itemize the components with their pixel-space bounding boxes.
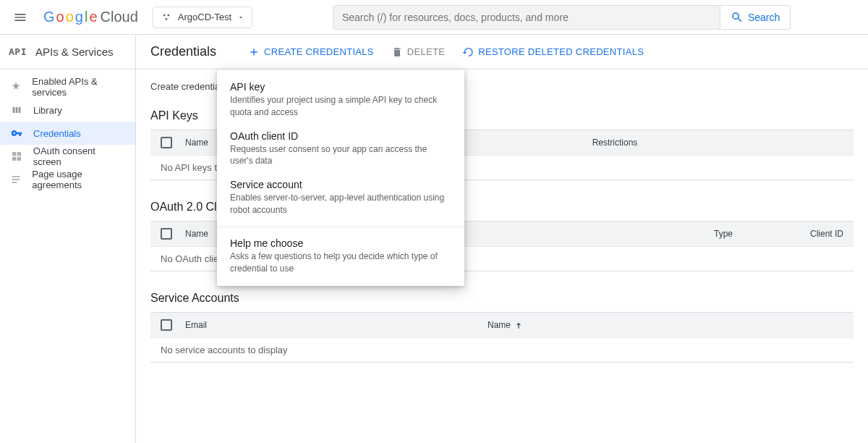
library-icon (10, 104, 23, 117)
sidebar-item-enabled-apis[interactable]: Enabled APIs & services (0, 75, 135, 98)
project-icon (161, 12, 172, 23)
svg-point-1 (167, 14, 169, 16)
content: Credentials CREATE CREDENTIALS DELETE RE… (136, 35, 868, 443)
col-client-id[interactable]: Client ID (786, 229, 843, 239)
api-icon: API (9, 46, 27, 57)
select-all-checkbox[interactable] (161, 137, 172, 148)
arrow-up-icon (514, 320, 524, 330)
table-empty-row: No service accounts to display (150, 337, 854, 362)
create-credentials-button[interactable]: CREATE CREDENTIALS (248, 46, 374, 58)
sidebar-item-oauth-consent[interactable]: OAuth consent screen (0, 145, 135, 168)
google-cloud-logo[interactable]: Google Cloud (43, 9, 138, 25)
page-title: Credentials (150, 44, 216, 59)
service-accounts-table: Email Name No service accounts to displa… (150, 312, 854, 363)
sidebar-item-library[interactable]: Library (0, 98, 135, 122)
restore-icon (462, 46, 474, 58)
agreements-icon (10, 173, 22, 186)
consent-icon (10, 150, 23, 163)
select-all-checkbox[interactable] (161, 319, 172, 331)
menu-item-service-account[interactable]: Service account Enables server-to-server… (217, 173, 464, 222)
create-credentials-menu: API key Identifies your project using a … (217, 69, 464, 286)
project-selector[interactable]: ArgoCD-Test (153, 7, 252, 28)
table-header: Email Name (150, 313, 854, 337)
search-wrap: Search (261, 5, 862, 30)
restore-deleted-button[interactable]: RESTORE DELETED CREDENTIALS (462, 46, 644, 58)
menu-icon[interactable] (6, 3, 35, 32)
sidebar-header[interactable]: API APIs & Services (0, 35, 135, 69)
menu-separator (217, 227, 464, 227)
menu-item-api-key[interactable]: API key Identifies your project using a … (217, 75, 464, 125)
search-button[interactable]: Search (720, 5, 791, 30)
sidebar-item-label: Library (33, 105, 62, 116)
menu-item-oauth-client[interactable]: OAuth client ID Requests user consent so… (217, 125, 464, 174)
project-name: ArgoCD-Test (178, 12, 231, 22)
svg-point-0 (163, 14, 165, 16)
col-type[interactable]: Type (674, 229, 773, 239)
sidebar-item-page-usage[interactable]: Page usage agreements (0, 168, 135, 191)
col-name[interactable]: Name (488, 320, 843, 330)
trash-icon (391, 46, 403, 58)
section-title-service-accounts: Service Accounts (150, 292, 854, 305)
sidebar-item-credentials[interactable]: Credentials (0, 122, 135, 145)
search-box[interactable] (333, 5, 720, 30)
search-icon (731, 11, 744, 24)
key-icon (10, 127, 23, 140)
sidebar-item-label: Enabled APIs & services (32, 76, 125, 98)
top-bar: Google Cloud ArgoCD-Test Search (0, 0, 868, 35)
menu-item-help-choose[interactable]: Help me choose Asks a few questions to h… (217, 232, 464, 281)
sidebar-item-label: OAuth consent screen (33, 145, 125, 167)
chevron-down-icon (237, 14, 244, 21)
sidebar: API APIs & Services Enabled APIs & servi… (0, 35, 136, 443)
sidebar-item-label: Credentials (33, 128, 81, 139)
plus-icon (248, 46, 260, 58)
enabled-apis-icon (10, 80, 22, 93)
content-header: Credentials CREATE CREDENTIALS DELETE RE… (136, 35, 868, 69)
sidebar-item-label: Page usage agreements (32, 169, 125, 190)
delete-button[interactable]: DELETE (391, 46, 445, 58)
select-all-checkbox[interactable] (161, 228, 172, 240)
svg-point-2 (165, 17, 167, 20)
col-email[interactable]: Email (185, 320, 475, 330)
search-input[interactable] (342, 12, 711, 23)
